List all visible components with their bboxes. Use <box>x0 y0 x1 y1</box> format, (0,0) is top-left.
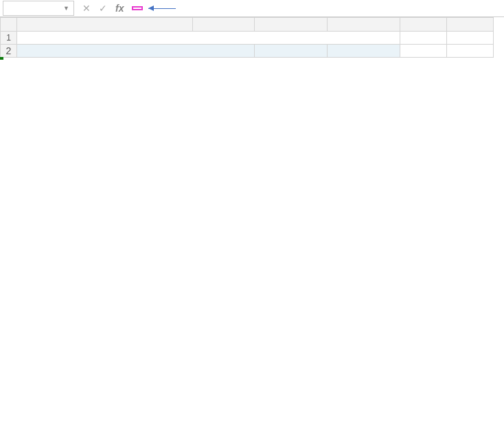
row-header[interactable]: 2 <box>1 45 17 58</box>
selection-outline <box>0 58 3 60</box>
corner-cell[interactable] <box>1 18 17 32</box>
col-header[interactable] <box>447 18 494 32</box>
formula-input[interactable] <box>132 6 143 10</box>
cell[interactable] <box>400 45 447 58</box>
header-unique[interactable] <box>255 45 328 58</box>
arrow-left-icon <box>148 8 176 9</box>
col-header[interactable] <box>17 18 193 32</box>
formula-bar-icons: ✕ ✓ fx <box>74 3 132 14</box>
name-box[interactable]: ▼ <box>3 1 74 16</box>
chevron-down-icon[interactable]: ▼ <box>63 1 69 15</box>
col-header[interactable] <box>328 18 400 32</box>
cell[interactable] <box>447 45 494 58</box>
page-title[interactable] <box>17 32 400 45</box>
row-header[interactable]: 1 <box>1 32 17 45</box>
cancel-icon[interactable]: ✕ <box>82 3 91 14</box>
col-header[interactable] <box>255 18 328 32</box>
cell[interactable] <box>400 32 447 45</box>
check-icon[interactable]: ✓ <box>99 3 107 14</box>
header-address[interactable] <box>17 45 255 58</box>
col-header[interactable] <box>400 18 447 32</box>
annotation-array-formula <box>148 8 181 9</box>
col-header[interactable] <box>193 18 255 32</box>
spreadsheet-grid[interactable]: 1 2 <box>0 17 494 58</box>
header-count[interactable] <box>328 45 400 58</box>
cell[interactable] <box>447 32 494 45</box>
formula-bar: ▼ ✕ ✓ fx <box>0 0 504 17</box>
fx-icon[interactable]: fx <box>115 3 124 14</box>
